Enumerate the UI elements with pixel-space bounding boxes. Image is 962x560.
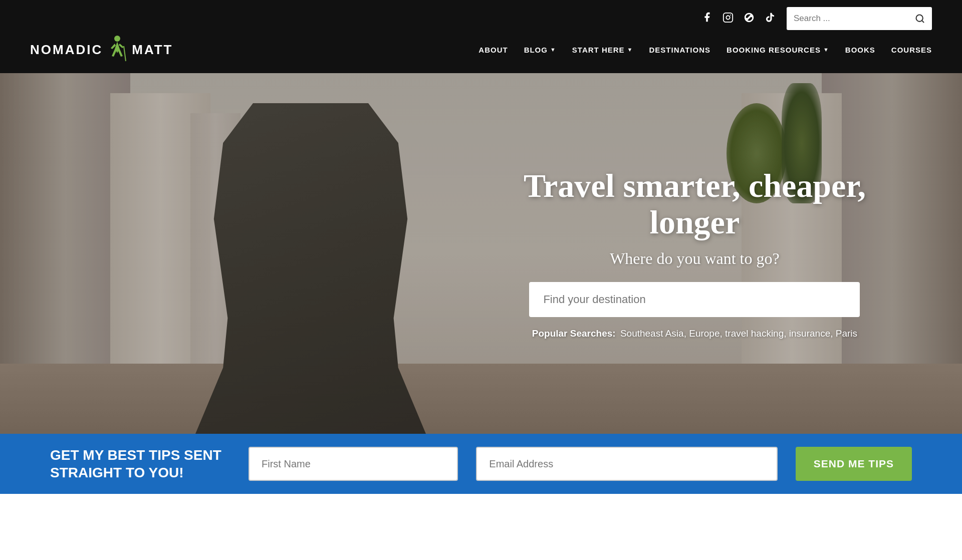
- social-icons-group: [701, 12, 776, 26]
- nav-start-here[interactable]: START HERE ▼: [572, 46, 633, 54]
- main-nav: ABOUT BLOG ▼ START HERE ▼ DESTINATIONS B…: [478, 46, 932, 54]
- send-tips-button[interactable]: SEND ME TIPS: [796, 447, 912, 481]
- popular-searches: Popular Searches: Southeast Asia, Europe…: [504, 328, 885, 339]
- header-nav-bar: NOMADIC MATT: [0, 35, 962, 73]
- hero-subtitle: Where do you want to go?: [504, 249, 885, 268]
- nav-booking-resources[interactable]: BOOKING RESOURCES ▼: [727, 46, 829, 54]
- svg-line-5: [124, 46, 126, 61]
- search-submit-button[interactable]: [908, 10, 932, 28]
- site-wrapper: NOMADIC MATT: [0, 0, 962, 494]
- site-logo[interactable]: NOMADIC MATT: [30, 35, 173, 64]
- search-input[interactable]: [787, 10, 908, 28]
- signup-heading: GET MY BEST TIPS SENT STRAIGHT TO YOU!: [50, 446, 230, 481]
- header-top-bar: [0, 0, 962, 35]
- hero-title: Travel smarter, cheaper, longer: [504, 168, 885, 240]
- blog-chevron-icon: ▼: [550, 47, 556, 53]
- nav-destinations[interactable]: DESTINATIONS: [649, 46, 710, 54]
- facebook-icon[interactable]: [701, 12, 712, 26]
- destination-search-box: [529, 282, 860, 317]
- popular-label: Popular Searches:: [532, 328, 616, 339]
- logo-text-right: MATT: [132, 42, 173, 58]
- booking-chevron-icon: ▼: [823, 47, 829, 53]
- first-name-input[interactable]: [249, 447, 458, 481]
- hero-section: Travel smarter, cheaper, longer Where do…: [0, 73, 962, 434]
- destination-input[interactable]: [529, 282, 860, 317]
- nav-courses[interactable]: COURSES: [891, 46, 932, 54]
- start-here-chevron-icon: ▼: [627, 47, 633, 53]
- svg-line-3: [922, 21, 924, 23]
- signup-banner: GET MY BEST TIPS SENT STRAIGHT TO YOU! S…: [0, 434, 962, 494]
- search-box: [787, 7, 932, 30]
- site-header: NOMADIC MATT: [0, 0, 962, 73]
- nav-books[interactable]: BOOKS: [845, 46, 875, 54]
- popular-items: Southeast Asia, Europe, travel hacking, …: [620, 328, 857, 339]
- hero-content: Travel smarter, cheaper, longer Where do…: [504, 168, 885, 339]
- instagram-icon[interactable]: [723, 12, 734, 25]
- nav-blog[interactable]: BLOG ▼: [524, 46, 556, 54]
- svg-rect-0: [724, 13, 733, 22]
- nav-about[interactable]: ABOUT: [478, 46, 508, 54]
- threads-icon[interactable]: [744, 12, 755, 26]
- hiker-icon: [106, 35, 129, 64]
- email-input[interactable]: [476, 447, 777, 481]
- tiktok-icon[interactable]: [765, 12, 776, 25]
- logo-text-left: NOMADIC: [30, 42, 103, 58]
- svg-point-4: [114, 36, 120, 42]
